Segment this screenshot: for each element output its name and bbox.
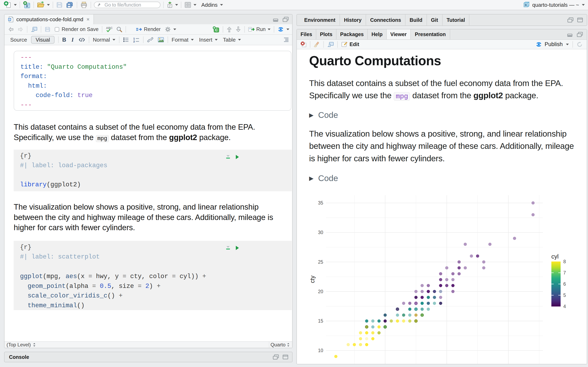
svg-text:8: 8 xyxy=(563,259,566,264)
svg-text:15: 15 xyxy=(318,318,323,324)
svg-text:7: 7 xyxy=(563,270,566,275)
svg-text:20: 20 xyxy=(318,289,323,294)
svg-text:4: 4 xyxy=(563,304,566,309)
svg-text:R: R xyxy=(525,3,527,7)
svg-text:6: 6 xyxy=(563,281,566,287)
svg-text:35: 35 xyxy=(318,200,323,206)
svg-text:cyl: cyl xyxy=(552,253,559,260)
svg-text:1: 1 xyxy=(133,37,135,40)
svg-text:ABC: ABC xyxy=(106,26,112,30)
svg-text:10: 10 xyxy=(318,348,323,353)
svg-text:C: C xyxy=(215,28,218,32)
svg-text:R: R xyxy=(26,4,29,8)
svg-text:2: 2 xyxy=(133,40,135,42)
svg-text:cty: cty xyxy=(309,275,316,283)
svg-text:30: 30 xyxy=(318,230,323,235)
svg-text:25: 25 xyxy=(318,259,323,265)
svg-text:5: 5 xyxy=(563,292,566,298)
